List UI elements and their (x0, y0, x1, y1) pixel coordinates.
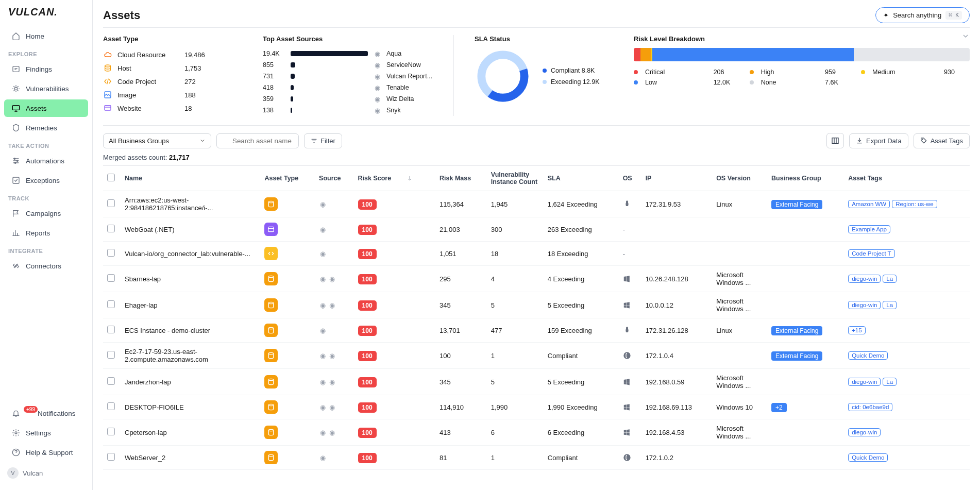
section-integrate: INTEGRATE (0, 243, 92, 256)
cell-vc: 5 (487, 369, 544, 395)
nav-connectors[interactable]: Connectors (4, 257, 88, 275)
nav-notifications[interactable]: +99Notifications (4, 404, 88, 422)
cell-bg (767, 419, 844, 446)
asset-type-row[interactable]: Code Project272 (103, 75, 242, 88)
asset-tags-button[interactable]: Asset Tags (914, 133, 970, 148)
col-source[interactable]: Source (315, 166, 353, 191)
row-checkbox[interactable] (107, 377, 115, 385)
business-group-select[interactable]: All Business Groups (103, 133, 211, 148)
row-checkbox[interactable] (107, 225, 115, 232)
col-name[interactable]: Name (121, 166, 260, 191)
nav-findings[interactable]: Findings (4, 60, 88, 78)
table-row[interactable]: Janderzhon-lap ◉◉ 100 345 5 5 Exceeding … (103, 369, 970, 395)
tag-badge[interactable]: Example App (848, 225, 890, 233)
col-ip[interactable]: IP (641, 166, 712, 191)
row-checkbox[interactable] (107, 428, 115, 435)
tag-badge[interactable]: diego-win (848, 275, 881, 283)
nav-remedies[interactable]: Remedies (4, 119, 88, 137)
source-bar-row[interactable]: 418◉Tenable (263, 82, 433, 93)
col-asset-type[interactable]: Asset Type (260, 166, 315, 191)
row-checkbox[interactable] (107, 300, 115, 308)
global-search[interactable]: ✦ Search anything ⌘ K (875, 7, 970, 23)
col-os[interactable]: OS (619, 166, 641, 191)
source-icon: ◉ (319, 378, 326, 385)
tag-badge[interactable]: Quick Demo (848, 351, 888, 360)
source-bar-row[interactable]: 138◉Snyk (263, 105, 433, 116)
select-all-checkbox[interactable] (107, 174, 115, 181)
table-row[interactable]: ECS Instance - demo-cluster ◉ 100 13,701… (103, 318, 970, 343)
cell-source: ◉◉ (319, 352, 349, 359)
col-risk-score[interactable]: Risk Score (354, 166, 435, 191)
col-sla[interactable]: SLA (544, 166, 619, 191)
source-bar-row[interactable]: 731◉Vulcan Report... (263, 71, 433, 82)
nav-campaigns[interactable]: Campaigns (4, 205, 88, 222)
plug-icon (11, 261, 21, 271)
table-row[interactable]: DESKTOP-FIO6ILE ◉◉ 100 114,910 1,990 1,9… (103, 395, 970, 419)
nav-reports[interactable]: Reports (4, 224, 88, 242)
col-tags[interactable]: Asset Tags (844, 166, 970, 191)
tag-badge[interactable]: diego-win (848, 378, 881, 386)
cell-name: Sbarnes-lap (121, 266, 260, 292)
nav-automations[interactable]: Automations (4, 152, 88, 170)
export-button[interactable]: Export Data (849, 133, 908, 148)
table-row[interactable]: Ehager-lap ◉◉ 100 345 5 5 Exceeding 10.0… (103, 292, 970, 318)
tag-badge[interactable]: +15 (848, 326, 866, 334)
nav-help[interactable]: Help & Support (4, 444, 88, 461)
source-bar-row[interactable]: 359◉Wiz Delta (263, 93, 433, 105)
columns-button[interactable] (826, 133, 844, 148)
asset-type-row[interactable]: Website18 (103, 102, 242, 115)
donut-chart (475, 48, 531, 105)
nav-assets[interactable]: Assets (4, 99, 88, 117)
tag-badge[interactable]: diego-win (848, 301, 881, 309)
col-risk-mass[interactable]: Risk Mass (435, 166, 487, 191)
col-vuln-count[interactable]: Vulnerability Instance Count (487, 166, 544, 191)
tag-badge[interactable]: diego-win (848, 428, 881, 436)
table-row[interactable]: WebServer_2 ◉ 100 81 1 Compliant 172.1.0… (103, 446, 970, 470)
cell-sla: Compliant (544, 446, 619, 470)
label: Filter (320, 137, 335, 145)
tag-badge[interactable]: cid: 0e6bae9d (848, 403, 892, 411)
tag-badge[interactable]: Amazon WW (848, 200, 890, 208)
top-sources-title: Top Asset Sources (263, 35, 433, 43)
table-row[interactable]: WebGoat (.NET) ◉ 100 21,003 300 263 Exce… (103, 217, 970, 242)
cell-vc: 1,945 (487, 191, 544, 217)
tag-badge[interactable]: Quick Demo (848, 453, 888, 462)
tag-badge[interactable]: Region: us-we (892, 200, 937, 208)
row-checkbox[interactable] (107, 351, 115, 359)
asset-type-row[interactable]: Image188 (103, 88, 242, 102)
cell-tags: diego-win La (844, 266, 970, 292)
tag-badge[interactable]: Code Project T (848, 249, 895, 258)
tag-badge[interactable]: La (883, 378, 897, 386)
nav-settings[interactable]: Settings (4, 424, 88, 442)
row-checkbox[interactable] (107, 326, 115, 333)
nav-home[interactable]: Home (4, 27, 88, 45)
row-checkbox[interactable] (107, 249, 115, 257)
nav-vulnerabilities[interactable]: Vulnerabilities (4, 80, 88, 97)
col-os-version[interactable]: OS Version (712, 166, 767, 191)
row-checkbox[interactable] (107, 199, 115, 207)
cell-ip: 172.31.26.128 (641, 318, 712, 343)
cell-ip: 192.168.0.59 (641, 369, 712, 395)
svg-rect-15 (832, 138, 838, 144)
asset-type-row[interactable]: Host1,753 (103, 61, 242, 75)
asset-type-row[interactable]: Cloud Resource19,486 (103, 48, 242, 61)
table-row[interactable]: Cpeterson-lap ◉◉ 100 413 6 6 Exceeding 1… (103, 419, 970, 446)
row-checkbox[interactable] (107, 274, 115, 282)
col-bg[interactable]: Business Group (767, 166, 844, 191)
search-input[interactable] (216, 133, 299, 148)
table-row[interactable]: Ec2-7-17-59-23.us-east-2.compute.amazona… (103, 343, 970, 369)
tag-badge[interactable]: La (883, 301, 897, 309)
row-checkbox[interactable] (107, 453, 115, 461)
filter-button[interactable]: Filter (304, 133, 342, 148)
row-checkbox[interactable] (107, 402, 115, 410)
merged-count: Merged assets count: 21,717 (103, 154, 970, 161)
table-row[interactable]: Sbarnes-lap ◉◉ 100 295 4 4 Exceeding 10.… (103, 266, 970, 292)
source-bar-row[interactable]: 855◉ServiceNow (263, 59, 433, 71)
user-menu[interactable]: VVulcan (0, 462, 92, 484)
nav-exceptions[interactable]: Exceptions (4, 172, 88, 189)
table-row[interactable]: Arn:aws:ec2:us-west-2:984186218765:insta… (103, 191, 970, 217)
source-bar-row[interactable]: 19.4K◉Aqua (263, 48, 433, 59)
collapse-icon[interactable] (961, 32, 970, 40)
table-row[interactable]: Vulcan-io/org_connector_lab:vulnerable-.… (103, 242, 970, 266)
tag-badge[interactable]: La (883, 275, 897, 283)
